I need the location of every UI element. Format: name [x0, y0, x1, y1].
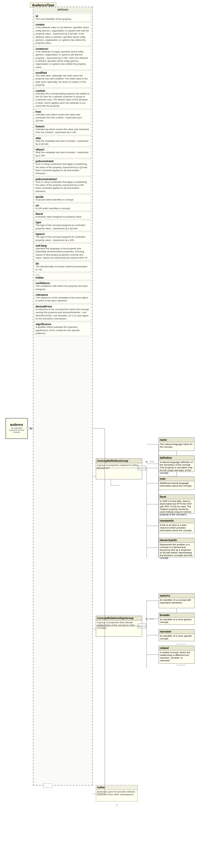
related-box: related A related concept, where the rel…	[159, 646, 195, 664]
attr-dir: dir The directionality of textual conten…	[34, 261, 91, 272]
attr-id: id The local identifier of the property.	[34, 14, 91, 22]
attr-qcode: qcode A QCode which identifies a concept…	[34, 194, 91, 202]
note-box: note Additional natural language informa…	[159, 476, 195, 490]
attr-modified: modified The date (and, optionally, the …	[34, 70, 91, 88]
other-extension-box: #other Extension point for provider-defi…	[96, 785, 138, 802]
concept-def-multiplicity: ⊕	[145, 460, 148, 463]
concept-rel-cardinality: 0..n	[150, 618, 154, 620]
facet-box: facet In NAR 0.8 and later, facet is dep…	[159, 494, 195, 514]
attr-relevance: relevance The relevance of the metadata …	[34, 292, 91, 304]
other-ext-desc: Extension point for provider-defined pro…	[96, 790, 137, 796]
same-as-box: sameAs An identifier of a concept with e…	[159, 593, 195, 608]
concept-rel-group-title: ConceptRelationshipsGroup	[96, 616, 142, 621]
attr-derivedfrom: derivedFrom A reference to the concept f…	[34, 304, 91, 321]
attr-creatoruri: creatoruri If the attribute is empty, sp…	[34, 46, 91, 70]
attr-why: why Why the metadata has been included -…	[34, 136, 91, 147]
remote-info-box: remoteInfo A link to an item in a web re…	[159, 518, 195, 533]
attr-pubconstraint: pubconstraint One or many constraints th…	[34, 159, 91, 176]
concept-rel-multiplicity: ⊕	[145, 618, 148, 621]
attr-whyuri: whyuri Why the metadata has been include…	[34, 147, 91, 158]
attr-how: how Indicates how which means the value …	[34, 110, 91, 123]
hierarchy-info-box: hierarchyInfo Represents the position of…	[159, 538, 195, 557]
attr-significance: significance A qualifier which indicates…	[34, 322, 91, 336]
attr-xmllang: xml:lang Specifies the language of this …	[34, 243, 91, 261]
attr-uri: uri A URI which identifies a concept.	[34, 203, 91, 211]
concept-relationships-group-box: ConceptRelationshipsGroup A group of pro…	[96, 616, 142, 637]
audience-desc: An intended audience for the content.	[6, 426, 27, 434]
attr-type: type The type of the concept assigned as…	[34, 220, 91, 231]
attr-pubconstrainturi: pubconstrainturi One or many constraints…	[34, 177, 91, 194]
attributes-container: attributes id The local identifier of th…	[33, 7, 93, 785]
attributes-label: attributes	[34, 7, 92, 12]
name-box: name The natural language name for the c…	[159, 437, 195, 451]
definition-box: definition A natural language definition…	[159, 456, 195, 472]
concept-def-cardinality: 0..n	[150, 460, 154, 463]
attr-creator: creator If the attribute value is not de…	[34, 22, 91, 45]
audience-label: audience	[10, 423, 23, 426]
narrower-box: narrower An identifier of a more specifi…	[159, 629, 195, 641]
concept-def-group-title: ConceptDefinitionGroup	[96, 459, 142, 463]
audience-element-box: audience An intended audience for the co…	[5, 418, 28, 439]
attr-howuri: howuri Indicates by which means the valu…	[34, 124, 91, 135]
concept-definition-group-box: ConceptDefinitionGroup A group of proper…	[96, 458, 142, 479]
attr-custom: custom Indicates the corresponding prope…	[34, 88, 91, 109]
other-ext-title: #other	[96, 785, 137, 790]
attributes-list: id The local identifier of the property.…	[34, 12, 92, 338]
attr-literal: literal A freetext value assigned as pro…	[34, 212, 91, 219]
attr-confidence: confidence The confidence with which the…	[34, 281, 91, 292]
attr-other-use: use #other	[34, 273, 91, 280]
concept-rel-group-desc: A group of properties that indicate rela…	[96, 621, 142, 630]
attr-typeuri: typeuri The type of the concept assigned…	[34, 231, 91, 243]
concept-def-group-desc: A group of properties required to define…	[96, 463, 142, 470]
broader-box: broader An identifier of a more generic …	[159, 613, 195, 625]
